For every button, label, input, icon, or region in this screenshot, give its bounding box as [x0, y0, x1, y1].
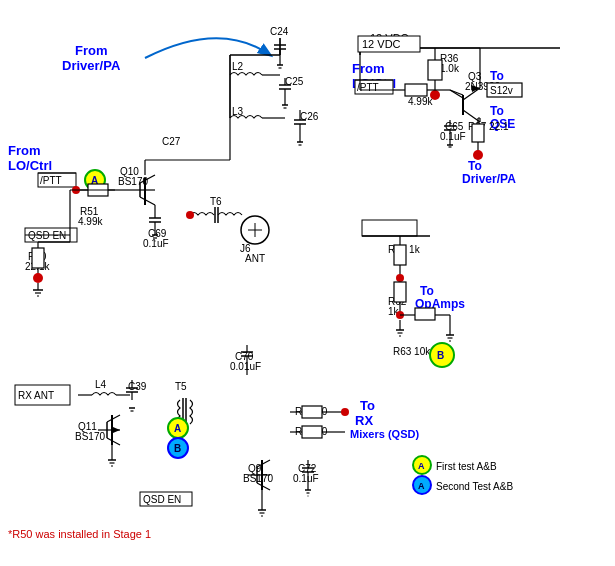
s12v-label: S12v — [490, 85, 513, 96]
red-dot-t6 — [186, 211, 194, 219]
l2-label: L2 — [232, 61, 244, 72]
driver-pa-label: Driver/PA — [462, 172, 516, 186]
mixers-qsd-label: Mixers (QSD) — [350, 428, 419, 440]
t6-label: T6 — [210, 196, 222, 207]
svg-rect-4 — [428, 60, 442, 80]
q11-value: BS170 — [75, 431, 105, 442]
ant-label: ANT — [245, 253, 265, 264]
second-test-label: Second Test A&B — [436, 481, 513, 492]
svg-rect-95 — [415, 308, 435, 320]
c39-label: C39 — [128, 381, 147, 392]
to-rx-label: To — [360, 398, 375, 413]
svg-rect-85 — [394, 245, 406, 265]
qsd-en-label-bottom: QSD EN — [143, 494, 181, 505]
svg-rect-82 — [362, 220, 417, 236]
c70-value: 0.01uF — [230, 361, 261, 372]
rx-ant-label: RX ANT — [18, 390, 54, 401]
svg-rect-152 — [302, 426, 322, 438]
c24-label: C24 — [270, 26, 289, 37]
svg-rect-87 — [394, 282, 406, 302]
r36-value: 1.0k — [440, 63, 460, 74]
from-lo-ctrl-left-label2: LO/Ctrl — [8, 158, 52, 173]
red-dot-r54 — [341, 408, 349, 416]
from-driver-pa-label2: Driver/PA — [62, 58, 121, 73]
svg-text:A: A — [418, 481, 425, 491]
svg-text:A: A — [174, 423, 181, 434]
l4-label: L4 — [95, 379, 107, 390]
red-star-note: *R50 was installed in Stage 1 — [8, 528, 151, 540]
svg-rect-25 — [472, 124, 484, 142]
c69-value: 0.1uF — [143, 238, 169, 249]
from-driver-pa-label: From — [75, 43, 108, 58]
red-dot-r50 — [33, 273, 43, 283]
c27-label: C27 — [162, 136, 181, 147]
to-label: To — [490, 69, 504, 83]
r51-value: 4.99k — [78, 216, 103, 227]
svg-text:B: B — [437, 350, 444, 361]
r34-value: 4.99k — [408, 96, 433, 107]
schematic-diagram: 12 VDC From Driver/PA From LO/Ctrl From … — [0, 0, 615, 566]
svg-rect-41 — [32, 248, 44, 268]
svg-rect-9 — [405, 84, 427, 96]
svg-text:A: A — [418, 461, 425, 471]
rx-label: RX — [355, 413, 373, 428]
to-opamps-label: To — [420, 284, 434, 298]
c72-value: 0.1uF — [293, 473, 319, 484]
to-driver-pa-label: To — [468, 159, 482, 173]
to-qse-label: To — [490, 104, 504, 118]
red-dot-r61 — [396, 274, 404, 282]
c65-value: 0.1uF — [440, 131, 466, 142]
r63-label: R63 10k — [393, 346, 431, 357]
vdc12-box-label: 12 VDC — [362, 38, 401, 50]
first-test-label: First test A&B — [436, 461, 497, 472]
from-lo-ctrl-right-label: From — [352, 61, 385, 76]
ptt-label-left: /PTT — [40, 175, 62, 186]
svg-rect-149 — [302, 406, 322, 418]
t5-label: T5 — [175, 381, 187, 392]
from-lo-ctrl-left-label: From — [8, 143, 41, 158]
svg-text:B: B — [174, 443, 181, 454]
